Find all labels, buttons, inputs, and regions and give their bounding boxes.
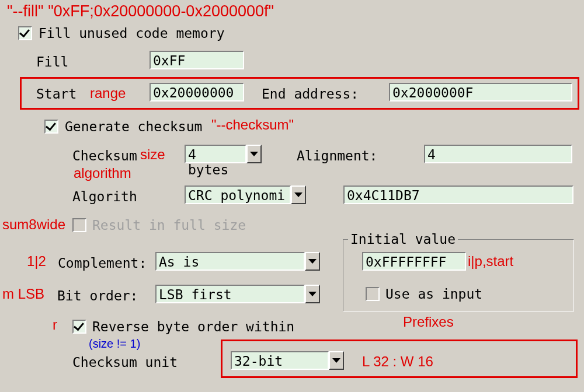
reverse-label: Reverse byte order within [92, 319, 294, 334]
dropdown-icon[interactable] [291, 186, 306, 204]
unit-select[interactable]: 32-bit [231, 351, 344, 370]
fill-value-input[interactable]: 0xFF [150, 51, 244, 69]
algorithm-value: CRC polynomi [185, 186, 291, 204]
dropdown-icon[interactable] [329, 351, 344, 370]
anno-m-lsb: m LSB [2, 286, 44, 302]
checksum-size-label: Checksum [72, 148, 137, 163]
start-label: Start [36, 86, 77, 102]
anno-1-2: 1|2 [27, 253, 46, 270]
alignment-label: Alignment: [297, 148, 377, 163]
start-value-input[interactable]: 0x20000000 [150, 83, 244, 102]
complement-label: Complement: [58, 256, 147, 271]
anno-l32w16: L 32 : W 16 [362, 354, 433, 370]
fullsize-checkbox[interactable] [72, 218, 86, 232]
initial-value-title: Initial value [348, 232, 458, 247]
fullsize-label: Result in full size [92, 218, 246, 233]
unit-value: 32-bit [231, 351, 329, 370]
unit-label: Checksum unit [72, 355, 178, 370]
anno-size: size [140, 146, 165, 163]
checksum-enable-checkbox[interactable] [44, 120, 58, 134]
complement-value: As is [155, 252, 305, 271]
complement-select[interactable]: As is [155, 252, 320, 271]
polynomial-input[interactable]: 0x4C11DB7 [343, 186, 573, 204]
fill-enable-label: Fill unused code memory [39, 26, 225, 41]
anno-r: r [53, 317, 57, 333]
bitorder-select[interactable]: LSB first [155, 285, 320, 303]
end-value-input[interactable]: 0x2000000F [389, 83, 572, 102]
anno-fill-cmd: "--fill" "0xFF;0x20000000-0x2000000f" [7, 2, 274, 20]
anno-prefixes: Prefixes [403, 314, 454, 330]
use-input-checkbox[interactable] [366, 287, 380, 301]
end-label: End address: [262, 86, 359, 102]
anno-checksum-cmd: "--checksum" [211, 117, 294, 133]
anno-sum8wide: sum8wide [2, 216, 65, 233]
fill-label: Fill [36, 54, 68, 69]
use-input-label: Use as input [385, 286, 482, 302]
anno-ip-start: i|p,start [468, 253, 513, 270]
alignment-input[interactable]: 4 [424, 145, 572, 163]
checksum-size-value: 4 bytes [185, 145, 246, 163]
dropdown-icon[interactable] [246, 145, 262, 163]
dropdown-icon[interactable] [305, 252, 320, 271]
algorithm-label: Algorith [72, 189, 137, 204]
anno-algorithm: algorithm [74, 165, 131, 181]
fill-enable-checkbox[interactable] [18, 26, 32, 40]
checksum-enable-label: Generate checksum [65, 119, 202, 134]
anno-range: range [90, 85, 126, 102]
bitorder-value: LSB first [155, 285, 305, 303]
dropdown-icon[interactable] [305, 285, 320, 303]
anno-size-ne1: (size != 1) [89, 337, 140, 351]
algorithm-select[interactable]: CRC polynomi [185, 186, 306, 204]
bitorder-label: Bit order: [57, 288, 138, 303]
initial-value-input[interactable]: 0xFFFFFFFF [362, 252, 466, 271]
reverse-checkbox[interactable] [72, 320, 86, 334]
checksum-size-select[interactable]: 4 bytes [185, 145, 262, 163]
